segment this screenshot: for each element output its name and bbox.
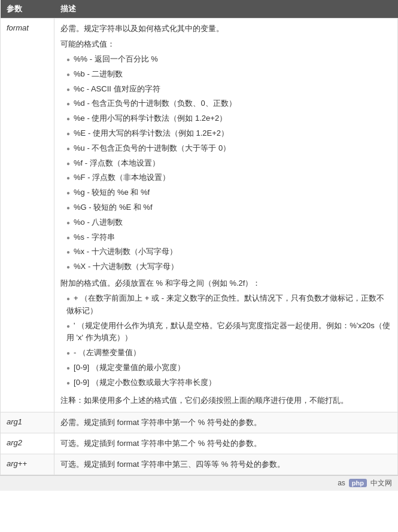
param-desc: 必需。规定插到 format 字符串中第一个 % 符号处的参数。	[54, 412, 398, 433]
params-table: 参数 描述 format 必需。规定字符串以及如何格式化其中的变量。 可能的格式…	[0, 0, 398, 475]
php-label: php	[352, 479, 364, 487]
footer-text: as	[338, 479, 345, 487]
param-desc: 可选。规定插到 format 字符串中第二个 % 符号处的参数。	[54, 433, 398, 454]
col-header-param: 参数	[1, 0, 54, 19]
list-item: %E - 使用大写的科学计数法（例如 1.2E+2）	[66, 127, 391, 140]
param-name: arg++	[1, 454, 54, 475]
format-list: %% - 返回一个百分比 % %b - 二进制数 %c - ASCII 值对应的…	[66, 53, 391, 273]
list-item: %x - 十六进制数（小写字母）	[66, 246, 391, 258]
param-desc: 必需。规定字符串以及如何格式化其中的变量。 可能的格式值： %% - 返回一个百…	[54, 19, 398, 412]
table-row: arg++ 可选。规定插到 format 字符串中第三、四等等 % 符号处的参数…	[1, 454, 398, 475]
list-item: %u - 不包含正负号的十进制数（大于等于 0）	[66, 142, 391, 155]
possible-title: 可能的格式值：	[60, 39, 391, 50]
col-header-desc: 描述	[54, 0, 398, 19]
list-item: %F - 浮点数（非本地设置）	[66, 172, 391, 184]
list-item: + （在数字前面加上 + 或 - 来定义数字的正负性。默认情况下，只有负数才做标…	[66, 292, 391, 317]
list-item: %d - 包含正负号的十进制数（负数、0、正数）	[66, 97, 391, 110]
param-name: arg1	[1, 412, 54, 433]
additional-list: + （在数字前面加上 + 或 - 来定义数字的正负性。默认情况下，只有负数才做标…	[66, 292, 391, 389]
desc-required: 必需。规定字符串以及如何格式化其中的变量。	[60, 23, 391, 34]
footer-bar: as php 中文网	[0, 475, 398, 491]
note-text: 注释：如果使用多个上述的格式值，它们必须按照上面的顺序进行使用，不能打乱。	[60, 394, 391, 407]
list-item: %f - 浮点数（本地设置）	[66, 157, 391, 170]
param-name: format	[1, 19, 54, 412]
list-item: %% - 返回一个百分比 %	[66, 53, 391, 66]
table-row: format 必需。规定字符串以及如何格式化其中的变量。 可能的格式值： %% …	[1, 19, 398, 412]
list-item: %X - 十六进制数（大写字母）	[66, 261, 391, 273]
list-item: %s - 字符串	[66, 231, 391, 244]
additional-title: 附加的格式值。必须放置在 % 和字母之间（例如 %.2f）：	[60, 278, 391, 289]
table-row: arg2 可选。规定插到 format 字符串中第二个 % 符号处的参数。	[1, 433, 398, 454]
list-item: %g - 较短的 %e 和 %f	[66, 186, 391, 199]
list-item: ' （规定使用什么作为填充，默认是空格。它必须与宽度指定器一起使用。例如：%'x…	[66, 320, 391, 345]
list-item: %b - 二进制数	[66, 68, 391, 81]
param-name: arg2	[1, 433, 54, 454]
param-desc: 可选。规定插到 format 字符串中第三、四等等 % 符号处的参数。	[54, 454, 398, 475]
list-item: %o - 八进制数	[66, 216, 391, 229]
php-badge: php	[349, 479, 367, 487]
site-label: 中文网	[370, 478, 392, 488]
list-item: %e - 使用小写的科学计数法（例如 1.2e+2）	[66, 112, 391, 125]
list-item: [0-9] （规定变量值的最小宽度）	[66, 362, 391, 374]
table-row: arg1 必需。规定插到 format 字符串中第一个 % 符号处的参数。	[1, 412, 398, 433]
list-item: %c - ASCII 值对应的字符	[66, 83, 391, 96]
list-item: %G - 较短的 %E 和 %f	[66, 201, 391, 214]
list-item: [0-9] （规定小数位数或最大字符串长度）	[66, 377, 391, 389]
list-item: - （左调整变量值）	[66, 347, 391, 359]
